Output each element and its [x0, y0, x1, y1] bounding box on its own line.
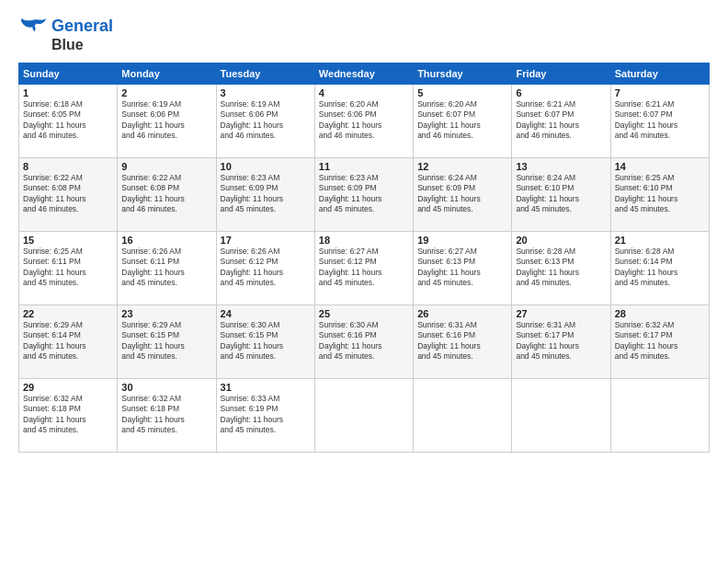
calendar-cell: 22Sunrise: 6:29 AM Sunset: 6:14 PM Dayli… [19, 304, 118, 378]
day-info: Sunrise: 6:30 AM Sunset: 6:16 PM Dayligh… [319, 320, 409, 362]
calendar-cell: 21Sunrise: 6:28 AM Sunset: 6:14 PM Dayli… [610, 231, 709, 304]
day-number: 9 [121, 161, 211, 172]
day-number: 4 [319, 87, 409, 98]
day-number: 10 [221, 161, 311, 172]
calendar-cell: 30Sunrise: 6:32 AM Sunset: 6:18 PM Dayli… [118, 378, 216, 452]
calendar-cell: 8Sunrise: 6:22 AM Sunset: 6:08 PM Daylig… [19, 157, 118, 231]
day-info: Sunrise: 6:22 AM Sunset: 6:08 PM Dayligh… [121, 173, 211, 215]
day-number: 22 [23, 308, 113, 319]
calendar-cell: 6Sunrise: 6:21 AM Sunset: 6:07 PM Daylig… [512, 84, 610, 157]
calendar-cell: 29Sunrise: 6:32 AM Sunset: 6:18 PM Dayli… [19, 378, 118, 452]
day-number: 5 [417, 87, 507, 98]
day-info: Sunrise: 6:20 AM Sunset: 6:07 PM Dayligh… [417, 99, 507, 142]
day-info: Sunrise: 6:29 AM Sunset: 6:14 PM Dayligh… [23, 320, 113, 362]
day-number: 29 [23, 382, 113, 393]
day-number: 25 [319, 308, 409, 319]
calendar-cell: 11Sunrise: 6:23 AM Sunset: 6:09 PM Dayli… [314, 157, 413, 231]
weekday-header-tuesday: Tuesday [216, 63, 314, 84]
day-number: 16 [121, 235, 211, 246]
calendar-cell: 1Sunrise: 6:18 AM Sunset: 6:05 PM Daylig… [19, 84, 118, 157]
day-number: 8 [23, 161, 113, 172]
calendar-row: 1Sunrise: 6:18 AM Sunset: 6:05 PM Daylig… [19, 84, 710, 157]
day-info: Sunrise: 6:24 AM Sunset: 6:10 PM Dayligh… [516, 173, 606, 215]
header: General Blue [18, 17, 710, 53]
day-number: 13 [516, 161, 606, 172]
day-info: Sunrise: 6:27 AM Sunset: 6:12 PM Dayligh… [319, 247, 409, 289]
weekday-header-friday: Friday [512, 63, 610, 84]
calendar-cell: 18Sunrise: 6:27 AM Sunset: 6:12 PM Dayli… [314, 231, 413, 304]
day-number: 24 [221, 308, 311, 319]
day-info: Sunrise: 6:21 AM Sunset: 6:07 PM Dayligh… [615, 99, 705, 142]
day-number: 15 [23, 235, 113, 246]
day-number: 26 [417, 308, 507, 319]
calendar-table: SundayMondayTuesdayWednesdayThursdayFrid… [18, 63, 710, 453]
day-info: Sunrise: 6:28 AM Sunset: 6:14 PM Dayligh… [615, 247, 705, 289]
calendar-cell [314, 378, 413, 452]
day-number: 19 [417, 235, 507, 246]
day-info: Sunrise: 6:32 AM Sunset: 6:18 PM Dayligh… [121, 394, 211, 436]
day-info: Sunrise: 6:27 AM Sunset: 6:13 PM Dayligh… [417, 247, 507, 289]
weekday-header-saturday: Saturday [610, 63, 709, 84]
day-number: 31 [221, 382, 311, 393]
calendar-cell: 16Sunrise: 6:26 AM Sunset: 6:11 PM Dayli… [118, 231, 216, 304]
calendar-cell: 2Sunrise: 6:19 AM Sunset: 6:06 PM Daylig… [118, 84, 216, 157]
calendar-cell: 14Sunrise: 6:25 AM Sunset: 6:10 PM Dayli… [610, 157, 709, 231]
day-info: Sunrise: 6:32 AM Sunset: 6:17 PM Dayligh… [615, 320, 705, 362]
weekday-header-monday: Monday [118, 63, 216, 84]
day-info: Sunrise: 6:26 AM Sunset: 6:12 PM Dayligh… [221, 247, 311, 289]
calendar-cell: 15Sunrise: 6:25 AM Sunset: 6:11 PM Dayli… [19, 231, 118, 304]
day-info: Sunrise: 6:19 AM Sunset: 6:06 PM Dayligh… [121, 99, 211, 142]
calendar-header-row: SundayMondayTuesdayWednesdayThursdayFrid… [19, 63, 710, 84]
day-number: 20 [516, 235, 606, 246]
logo: General Blue [18, 17, 113, 53]
calendar-cell [610, 378, 709, 452]
day-number: 2 [121, 87, 211, 98]
calendar-cell: 25Sunrise: 6:30 AM Sunset: 6:16 PM Dayli… [314, 304, 413, 378]
calendar-cell: 12Sunrise: 6:24 AM Sunset: 6:09 PM Dayli… [414, 157, 512, 231]
calendar-cell [414, 378, 512, 452]
day-info: Sunrise: 6:19 AM Sunset: 6:06 PM Dayligh… [221, 99, 311, 142]
calendar-row: 29Sunrise: 6:32 AM Sunset: 6:18 PM Dayli… [19, 378, 710, 452]
weekday-header-sunday: Sunday [19, 63, 118, 84]
calendar-cell: 7Sunrise: 6:21 AM Sunset: 6:07 PM Daylig… [610, 84, 709, 157]
logo-text: General [51, 17, 113, 36]
weekday-header-thursday: Thursday [414, 63, 512, 84]
day-info: Sunrise: 6:33 AM Sunset: 6:19 PM Dayligh… [221, 394, 311, 436]
calendar-cell: 17Sunrise: 6:26 AM Sunset: 6:12 PM Dayli… [216, 231, 314, 304]
day-number: 12 [417, 161, 507, 172]
calendar-cell: 26Sunrise: 6:31 AM Sunset: 6:16 PM Dayli… [414, 304, 512, 378]
weekday-header-wednesday: Wednesday [314, 63, 413, 84]
day-info: Sunrise: 6:32 AM Sunset: 6:18 PM Dayligh… [23, 394, 113, 436]
calendar-cell: 19Sunrise: 6:27 AM Sunset: 6:13 PM Dayli… [414, 231, 512, 304]
day-number: 18 [319, 235, 409, 246]
day-number: 7 [615, 87, 705, 98]
day-number: 1 [23, 87, 113, 98]
calendar-cell [512, 378, 610, 452]
day-info: Sunrise: 6:23 AM Sunset: 6:09 PM Dayligh… [319, 173, 409, 215]
calendar-cell: 20Sunrise: 6:28 AM Sunset: 6:13 PM Dayli… [512, 231, 610, 304]
day-info: Sunrise: 6:26 AM Sunset: 6:11 PM Dayligh… [121, 247, 211, 289]
calendar-row: 15Sunrise: 6:25 AM Sunset: 6:11 PM Dayli… [19, 231, 710, 304]
calendar-row: 22Sunrise: 6:29 AM Sunset: 6:14 PM Dayli… [19, 304, 710, 378]
day-number: 28 [615, 308, 705, 319]
calendar-cell: 28Sunrise: 6:32 AM Sunset: 6:17 PM Dayli… [610, 304, 709, 378]
page: General Blue SundayMondayTuesdayWednesda… [0, 0, 728, 563]
day-number: 23 [121, 308, 211, 319]
day-number: 27 [516, 308, 606, 319]
day-info: Sunrise: 6:25 AM Sunset: 6:10 PM Dayligh… [615, 173, 705, 215]
day-info: Sunrise: 6:30 AM Sunset: 6:15 PM Dayligh… [221, 320, 311, 362]
day-info: Sunrise: 6:18 AM Sunset: 6:05 PM Dayligh… [23, 99, 113, 142]
calendar-cell: 4Sunrise: 6:20 AM Sunset: 6:06 PM Daylig… [314, 84, 413, 157]
day-info: Sunrise: 6:21 AM Sunset: 6:07 PM Dayligh… [516, 99, 606, 142]
day-number: 14 [615, 161, 705, 172]
calendar-cell: 24Sunrise: 6:30 AM Sunset: 6:15 PM Dayli… [216, 304, 314, 378]
logo-blue: Blue [51, 37, 84, 53]
calendar-cell: 3Sunrise: 6:19 AM Sunset: 6:06 PM Daylig… [216, 84, 314, 157]
calendar-cell: 13Sunrise: 6:24 AM Sunset: 6:10 PM Dayli… [512, 157, 610, 231]
calendar-cell: 27Sunrise: 6:31 AM Sunset: 6:17 PM Dayli… [512, 304, 610, 378]
day-info: Sunrise: 6:22 AM Sunset: 6:08 PM Dayligh… [23, 173, 113, 215]
day-info: Sunrise: 6:29 AM Sunset: 6:15 PM Dayligh… [121, 320, 211, 362]
day-number: 17 [221, 235, 311, 246]
calendar-cell: 9Sunrise: 6:22 AM Sunset: 6:08 PM Daylig… [118, 157, 216, 231]
day-info: Sunrise: 6:31 AM Sunset: 6:17 PM Dayligh… [516, 320, 606, 362]
